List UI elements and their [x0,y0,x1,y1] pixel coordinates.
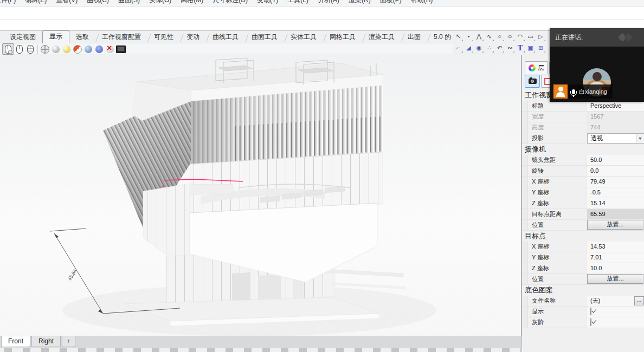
menu-item-7[interactable]: 尺寸标注(D) [212,0,248,5]
scale-icon[interactable] [525,42,536,53]
row-gutter [522,317,528,328]
curve-icon[interactable] [484,31,494,42]
xray-icon[interactable] [94,44,105,54]
menu-item-3[interactable]: 曲线(C) [87,0,109,5]
rendered-icon[interactable] [61,44,72,54]
row-gutter [522,133,528,144]
menu-item-11[interactable]: 渲染(R) [349,0,371,5]
menu-item-0[interactable]: 文件(F) [0,0,16,5]
ribbon-tab-11[interactable]: 出图 [401,31,427,43]
ribbon-tab-10[interactable]: 渲染工具 [362,31,401,43]
menu-item-8[interactable]: 变动(T) [257,0,278,5]
participant-name: 白xianqing [579,88,607,96]
property-value[interactable]: 7.01 [587,252,644,263]
viewport-perspective[interactable]: 45.84 [0,55,521,336]
speaking-label: 正在讲话: [555,34,583,41]
ribbon-tab-8[interactable]: 实体工具 [284,31,323,43]
polygon-icon[interactable] [536,31,546,42]
point-cloud-icon[interactable] [484,42,494,53]
property-value[interactable]: Perspective [587,101,644,111]
meeting-overlay[interactable]: 正在讲话: 白xianqing [550,28,644,102]
surface-icon[interactable] [474,42,484,53]
property-value[interactable]: 放置... [587,274,644,284]
property-value[interactable]: 65.59 [587,209,644,219]
menu-item-1[interactable]: 编辑(E) [25,0,47,5]
rebuild-curve-icon[interactable] [494,42,505,53]
ribbon-tab-5[interactable]: 变动 [180,31,206,43]
ribbon-tab-7[interactable]: 曲面工具 [245,31,284,43]
viewport-tab-front[interactable]: Front [1,336,30,347]
menu-item-12[interactable]: 面板(P) [380,0,402,5]
add-viewport-tab[interactable]: + [62,336,75,347]
meeting-overlay-header[interactable]: 正在讲话: [550,28,644,47]
property-value[interactable]: 15.14 [587,198,644,208]
pointer-icon[interactable] [453,31,463,42]
command-prompt[interactable] [0,19,644,30]
place-button[interactable]: 放置... [587,274,643,284]
ghosted-icon[interactable] [72,44,83,54]
viewport-tab-right[interactable]: Right [31,336,61,347]
mouse-zoom-icon[interactable] [25,44,36,54]
rectangle-icon[interactable] [525,31,536,42]
polyline-icon[interactable] [474,31,484,42]
menu-item-6[interactable]: 网格(M) [181,0,203,5]
property-value[interactable]: 14.53 [587,242,644,252]
menu-item-9[interactable]: 工具(L) [287,0,308,5]
browse-button[interactable]: ... [634,296,644,305]
handlebar-icon[interactable] [505,42,515,53]
participant-name-bar: 白xianqing [553,84,613,99]
menu-item-10[interactable]: 分析(A) [318,0,339,5]
ribbon-tab-4[interactable]: 可见性 [147,31,180,43]
artistic-icon[interactable] [83,44,94,54]
text-icon[interactable] [515,42,525,53]
mouse-pan-icon[interactable] [14,44,25,54]
dimension-text: 45.84 [67,268,78,281]
menu-item-5[interactable]: 实体(O) [149,0,171,5]
property-label: 灰阶 [528,317,587,328]
tab-properties[interactable]: 层 [525,61,548,74]
checkbox-checked[interactable] [590,308,591,315]
property-value[interactable]: 50.0 [587,155,644,165]
ribbon-tab-1[interactable]: 显示 [42,30,69,43]
fillet-icon[interactable] [463,42,474,53]
dropdown-arrow-icon[interactable] [636,134,644,143]
menu-item-4[interactable]: 曲面(S) [118,0,140,5]
property-value[interactable]: 10.0 [587,263,644,273]
render-off-icon[interactable] [105,44,115,54]
ribbon-tab-6[interactable]: 曲线工具 [206,31,245,43]
wireframe-icon[interactable] [40,44,50,54]
property-row: 显示 [522,307,644,317]
menubar: 文件(F)编辑(E)查看(V)曲线(C)曲面(S)实体(O)网格(M)尺寸标注(… [0,0,644,6]
property-value[interactable]: (无)... [587,296,644,306]
place-button[interactable]: 放置... [587,220,643,230]
property-value[interactable] [587,317,644,328]
property-value[interactable]: 透视 [587,133,644,144]
ribbon-tab-2[interactable]: 选取 [69,31,95,43]
property-value[interactable]: 0.0 [587,166,644,176]
camera-properties-button[interactable] [525,75,540,88]
extend-icon[interactable] [453,42,463,53]
array-icon[interactable] [536,42,546,53]
ribbon-tab-9[interactable]: 网格工具 [323,31,362,43]
property-value[interactable]: 79.49 [587,177,644,187]
menu-item-13[interactable]: 帮助(H) [411,0,433,5]
ribbon-tab-3[interactable]: 工作视窗配置 [95,31,147,43]
menu-item-2[interactable]: 查看(V) [56,0,78,5]
microphone-icon [572,89,575,94]
property-value[interactable] [587,307,644,317]
property-value[interactable]: 放置... [587,220,644,230]
panel-sections: 工作视窗标题Perspective宽度1567高度744投影透视摄像机镜头焦距5… [522,90,644,328]
circle-icon[interactable] [494,31,505,42]
meeting-logo-icon [616,33,639,42]
property-row: 宽度1567 [522,112,644,122]
ribbon-tab-0[interactable]: 设定视图 [3,31,42,43]
ellipse-icon[interactable] [505,31,515,42]
mouse-rotate-icon[interactable] [2,43,14,55]
arc-icon[interactable] [515,31,525,42]
shaded-icon[interactable] [50,44,61,54]
row-gutter [522,122,528,133]
property-value[interactable]: -0.5 [587,187,644,198]
fullscreen-icon[interactable] [115,44,126,54]
checkbox-checked[interactable] [590,318,591,326]
point-icon[interactable] [463,31,474,42]
